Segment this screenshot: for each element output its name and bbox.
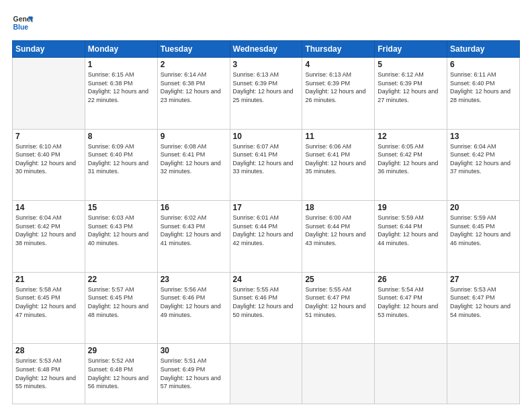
calendar-header-tuesday: Tuesday xyxy=(157,41,230,58)
day-number: 13 xyxy=(450,132,517,141)
day-number: 10 xyxy=(233,132,300,141)
day-number: 30 xyxy=(161,346,227,355)
day-number: 8 xyxy=(88,132,154,141)
day-info: Sunrise: 5:55 AM Sunset: 6:47 PM Dayligh… xyxy=(305,285,371,319)
calendar-cell: 3Sunrise: 6:13 AM Sunset: 6:39 PM Daylig… xyxy=(230,58,302,130)
calendar-cell xyxy=(302,344,375,404)
calendar-cell xyxy=(13,58,85,130)
calendar-header-monday: Monday xyxy=(85,41,157,58)
calendar-week-row: 21Sunrise: 5:58 AM Sunset: 6:45 PM Dayli… xyxy=(13,272,520,344)
day-info: Sunrise: 6:04 AM Sunset: 6:42 PM Dayligh… xyxy=(450,142,517,176)
day-info: Sunrise: 5:51 AM Sunset: 6:49 PM Dayligh… xyxy=(161,357,227,390)
day-info: Sunrise: 5:59 AM Sunset: 6:45 PM Dayligh… xyxy=(450,214,517,247)
calendar-header-wednesday: Wednesday xyxy=(230,41,302,58)
day-info: Sunrise: 5:56 AM Sunset: 6:46 PM Dayligh… xyxy=(161,285,227,319)
calendar-cell: 21Sunrise: 5:58 AM Sunset: 6:45 PM Dayli… xyxy=(13,272,85,344)
calendar-cell: 11Sunrise: 6:06 AM Sunset: 6:41 PM Dayli… xyxy=(302,129,375,201)
day-number: 7 xyxy=(15,132,82,141)
calendar-header-thursday: Thursday xyxy=(302,41,375,58)
calendar-cell: 30Sunrise: 5:51 AM Sunset: 6:49 PM Dayli… xyxy=(157,344,230,404)
calendar-header-row: SundayMondayTuesdayWednesdayThursdayFrid… xyxy=(13,41,520,58)
header: General Blue xyxy=(12,12,520,34)
calendar-header-saturday: Saturday xyxy=(447,41,520,58)
calendar-cell: 4Sunrise: 6:13 AM Sunset: 6:39 PM Daylig… xyxy=(302,58,375,130)
day-info: Sunrise: 5:58 AM Sunset: 6:45 PM Dayligh… xyxy=(15,285,82,319)
day-info: Sunrise: 6:14 AM Sunset: 6:38 PM Dayligh… xyxy=(161,71,227,104)
day-number: 26 xyxy=(378,275,444,284)
day-number: 11 xyxy=(305,132,371,141)
day-info: Sunrise: 6:15 AM Sunset: 6:38 PM Dayligh… xyxy=(88,71,154,104)
day-info: Sunrise: 6:07 AM Sunset: 6:41 PM Dayligh… xyxy=(233,142,300,176)
day-number: 20 xyxy=(450,203,517,212)
calendar-cell: 17Sunrise: 6:01 AM Sunset: 6:44 PM Dayli… xyxy=(230,201,302,273)
calendar-cell: 28Sunrise: 5:53 AM Sunset: 6:48 PM Dayli… xyxy=(13,344,85,404)
day-info: Sunrise: 5:57 AM Sunset: 6:45 PM Dayligh… xyxy=(88,285,154,319)
calendar-week-row: 1Sunrise: 6:15 AM Sunset: 6:38 PM Daylig… xyxy=(13,58,520,130)
day-number: 19 xyxy=(378,203,444,212)
day-info: Sunrise: 6:13 AM Sunset: 6:39 PM Dayligh… xyxy=(305,71,371,104)
calendar-cell: 14Sunrise: 6:04 AM Sunset: 6:42 PM Dayli… xyxy=(13,201,85,273)
calendar-cell: 23Sunrise: 5:56 AM Sunset: 6:46 PM Dayli… xyxy=(157,272,230,344)
day-number: 14 xyxy=(15,203,82,212)
day-number: 29 xyxy=(88,346,154,355)
day-info: Sunrise: 5:59 AM Sunset: 6:44 PM Dayligh… xyxy=(378,214,444,247)
calendar-week-row: 7Sunrise: 6:10 AM Sunset: 6:40 PM Daylig… xyxy=(13,129,520,201)
day-number: 3 xyxy=(233,60,300,69)
logo: General Blue xyxy=(12,12,34,34)
day-number: 15 xyxy=(88,203,154,212)
calendar-cell: 19Sunrise: 5:59 AM Sunset: 6:44 PM Dayli… xyxy=(375,201,447,273)
calendar-cell: 22Sunrise: 5:57 AM Sunset: 6:45 PM Dayli… xyxy=(85,272,157,344)
day-info: Sunrise: 5:52 AM Sunset: 6:48 PM Dayligh… xyxy=(88,357,154,390)
calendar-cell: 6Sunrise: 6:11 AM Sunset: 6:40 PM Daylig… xyxy=(447,58,520,130)
logo-icon: General Blue xyxy=(12,12,34,34)
day-info: Sunrise: 5:53 AM Sunset: 6:48 PM Dayligh… xyxy=(15,357,82,390)
calendar-week-row: 28Sunrise: 5:53 AM Sunset: 6:48 PM Dayli… xyxy=(13,344,520,404)
day-info: Sunrise: 6:04 AM Sunset: 6:42 PM Dayligh… xyxy=(15,214,82,247)
day-number: 28 xyxy=(15,346,82,355)
day-info: Sunrise: 6:03 AM Sunset: 6:43 PM Dayligh… xyxy=(88,214,154,247)
day-info: Sunrise: 6:05 AM Sunset: 6:42 PM Dayligh… xyxy=(378,142,444,176)
day-info: Sunrise: 5:53 AM Sunset: 6:47 PM Dayligh… xyxy=(450,285,517,319)
day-number: 2 xyxy=(161,60,227,69)
day-number: 4 xyxy=(305,60,371,69)
calendar-cell: 15Sunrise: 6:03 AM Sunset: 6:43 PM Dayli… xyxy=(85,201,157,273)
calendar-cell xyxy=(447,344,520,404)
calendar-cell: 2Sunrise: 6:14 AM Sunset: 6:38 PM Daylig… xyxy=(157,58,230,130)
svg-text:Blue: Blue xyxy=(13,24,29,31)
day-info: Sunrise: 6:02 AM Sunset: 6:43 PM Dayligh… xyxy=(161,214,227,247)
day-info: Sunrise: 6:11 AM Sunset: 6:40 PM Dayligh… xyxy=(450,71,517,104)
calendar-cell: 5Sunrise: 6:12 AM Sunset: 6:39 PM Daylig… xyxy=(375,58,447,130)
calendar-cell: 29Sunrise: 5:52 AM Sunset: 6:48 PM Dayli… xyxy=(85,344,157,404)
day-number: 6 xyxy=(450,60,517,69)
calendar-header-friday: Friday xyxy=(375,41,447,58)
calendar-cell: 12Sunrise: 6:05 AM Sunset: 6:42 PM Dayli… xyxy=(375,129,447,201)
day-info: Sunrise: 5:55 AM Sunset: 6:46 PM Dayligh… xyxy=(233,285,300,319)
calendar-cell: 13Sunrise: 6:04 AM Sunset: 6:42 PM Dayli… xyxy=(447,129,520,201)
calendar-cell: 16Sunrise: 6:02 AM Sunset: 6:43 PM Dayli… xyxy=(157,201,230,273)
day-info: Sunrise: 6:00 AM Sunset: 6:44 PM Dayligh… xyxy=(305,214,371,247)
day-info: Sunrise: 6:13 AM Sunset: 6:39 PM Dayligh… xyxy=(233,71,300,104)
day-info: Sunrise: 5:54 AM Sunset: 6:47 PM Dayligh… xyxy=(378,285,444,319)
calendar-cell: 7Sunrise: 6:10 AM Sunset: 6:40 PM Daylig… xyxy=(13,129,85,201)
calendar-week-row: 14Sunrise: 6:04 AM Sunset: 6:42 PM Dayli… xyxy=(13,201,520,273)
day-number: 5 xyxy=(378,60,444,69)
calendar-cell: 9Sunrise: 6:08 AM Sunset: 6:41 PM Daylig… xyxy=(157,129,230,201)
day-number: 17 xyxy=(233,203,300,212)
day-info: Sunrise: 6:06 AM Sunset: 6:41 PM Dayligh… xyxy=(305,142,371,176)
day-number: 16 xyxy=(161,203,227,212)
day-number: 23 xyxy=(161,275,227,284)
calendar-cell: 27Sunrise: 5:53 AM Sunset: 6:47 PM Dayli… xyxy=(447,272,520,344)
day-info: Sunrise: 6:10 AM Sunset: 6:40 PM Dayligh… xyxy=(15,142,82,176)
calendar-cell: 24Sunrise: 5:55 AM Sunset: 6:46 PM Dayli… xyxy=(230,272,302,344)
day-info: Sunrise: 6:09 AM Sunset: 6:40 PM Dayligh… xyxy=(88,142,154,176)
calendar-header-sunday: Sunday xyxy=(13,41,85,58)
calendar-cell: 20Sunrise: 5:59 AM Sunset: 6:45 PM Dayli… xyxy=(447,201,520,273)
calendar-cell: 8Sunrise: 6:09 AM Sunset: 6:40 PM Daylig… xyxy=(85,129,157,201)
day-number: 21 xyxy=(15,275,82,284)
calendar-cell: 26Sunrise: 5:54 AM Sunset: 6:47 PM Dayli… xyxy=(375,272,447,344)
day-number: 27 xyxy=(450,275,517,284)
calendar-cell: 18Sunrise: 6:00 AM Sunset: 6:44 PM Dayli… xyxy=(302,201,375,273)
page: General Blue SundayMondayTuesdayWednesda… xyxy=(0,0,532,411)
day-number: 9 xyxy=(161,132,227,141)
calendar-cell xyxy=(375,344,447,404)
